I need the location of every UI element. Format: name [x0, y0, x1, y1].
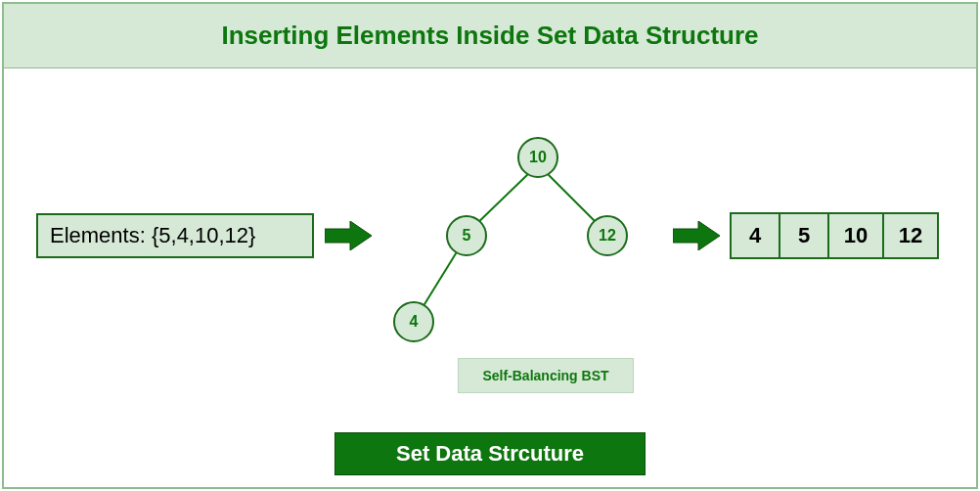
footer-label: Set Data Strcuture [334, 432, 646, 475]
diagram-frame: Inserting Elements Inside Set Data Struc… [2, 2, 978, 489]
output-cell: 5 [779, 212, 829, 259]
cell-value: 5 [798, 223, 810, 248]
arrow-right-icon [673, 221, 720, 250]
page-title: Inserting Elements Inside Set Data Struc… [221, 21, 758, 51]
input-elements-box: Elements: {5,4,10,12} [36, 213, 314, 258]
tree-node-leftleft: 4 [393, 301, 434, 342]
title-bar: Inserting Elements Inside Set Data Struc… [4, 4, 976, 68]
output-cell: 4 [730, 212, 780, 259]
svg-marker-0 [325, 221, 372, 250]
cell-value: 12 [899, 223, 922, 248]
cell-value: 10 [844, 223, 868, 248]
arrow-right-icon [325, 221, 372, 250]
bst-caption: Self-Balancing BST [458, 358, 634, 393]
output-set: 4 5 10 12 [730, 212, 939, 259]
tree-node-right: 12 [587, 215, 628, 256]
cell-value: 4 [749, 223, 761, 248]
output-cell: 12 [882, 212, 939, 259]
svg-marker-1 [673, 221, 720, 250]
output-cell: 10 [827, 212, 884, 259]
footer-text: Set Data Strcuture [396, 441, 584, 467]
node-value: 5 [463, 227, 471, 245]
node-value: 4 [410, 313, 419, 331]
tree-node-left: 5 [446, 215, 487, 256]
content-area: Elements: {5,4,10,12} 10 5 12 4 [4, 68, 976, 487]
node-value: 10 [529, 149, 547, 166]
bst-tree: 10 5 12 4 Self-Balancing BST [381, 137, 665, 401]
input-elements-text: Elements: {5,4,10,12} [50, 223, 255, 248]
bst-caption-text: Self-Balancing BST [482, 368, 608, 383]
tree-node-root: 10 [517, 137, 558, 178]
node-value: 12 [599, 227, 616, 245]
